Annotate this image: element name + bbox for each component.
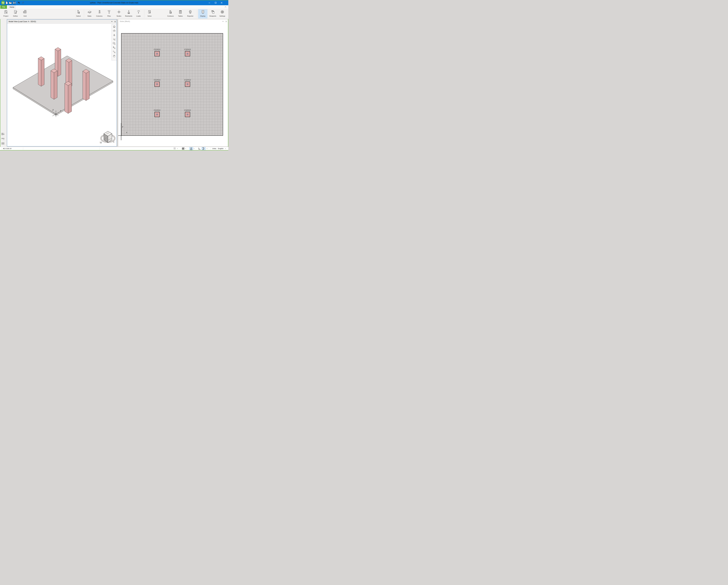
node-numbers-dropdown-icon[interactable]: ▾ — [177, 148, 178, 149]
define-icon — [14, 9, 18, 15]
design-code-label[interactable]: ACI 318-14 — [3, 147, 22, 150]
left-toolbar-strip — [0, 19, 7, 147]
sort-descending-icon[interactable] — [1, 133, 4, 135]
ribbon-nodes-button[interactable]: Nodes — [114, 9, 124, 19]
ribbon-slabs-button[interactable]: Slabs — [85, 9, 94, 19]
grid-icon — [23, 9, 27, 15]
mesh-column-2[interactable] — [185, 51, 190, 56]
solve-mesh-close-icon[interactable] — [225, 19, 228, 24]
axis-x-label: x — [60, 109, 61, 112]
ribbon-define-button[interactable]: Define — [11, 9, 20, 19]
solve-icon — [148, 9, 152, 15]
column-3d-1[interactable] — [41, 58, 44, 86]
axis-y-label: y — [52, 108, 54, 111]
sort-ascending-icon[interactable] — [1, 137, 4, 141]
column-3d-6[interactable] — [86, 71, 89, 101]
mesh-node-marker — [187, 53, 188, 54]
snap-dropdown-icon[interactable]: ▾ — [194, 148, 194, 149]
solve-mesh-title-bar: Solve (Mesh) — [118, 19, 228, 24]
ortho-mode-icon[interactable] — [198, 147, 201, 150]
zoom-window-icon[interactable] — [113, 42, 115, 45]
ribbon-piles-button[interactable]: Piles — [104, 9, 114, 19]
window-title: spMats - Plain-Unreinforced-Concrete-Sla… — [0, 0, 228, 5]
select-cursor-icon — [76, 9, 80, 15]
ribbon-grid-button[interactable]: Grid — [20, 9, 30, 19]
mesh-column-label: C12X12 — [182, 109, 193, 111]
model-view-title: Model View (Load Case: A - DEAD) — [7, 21, 36, 23]
status-bar: ACI 318-14 ▾ ▾ ▾ ▾ Units: English ▾ — [0, 147, 228, 150]
model-view-dropdown-icon[interactable] — [110, 20, 113, 24]
grid-display-dropdown-icon[interactable]: ▾ — [185, 148, 186, 149]
mesh-column-1[interactable] — [155, 51, 160, 56]
ribbon-select-button[interactable]: Select — [74, 9, 83, 19]
orbit-3d-icon[interactable] — [113, 29, 115, 32]
ribbon: Project Define Grid Select Slabs Columns… — [0, 9, 228, 19]
slab-top[interactable] — [13, 56, 113, 114]
column-3d-1[interactable] — [38, 58, 41, 86]
zoom-extents-icon[interactable] — [113, 38, 115, 41]
column-3d-3[interactable] — [54, 71, 57, 99]
title-bar: sp spMats - Plain-Unreinforced-Concrete-… — [0, 0, 228, 5]
grid-display-icon[interactable] — [182, 147, 184, 150]
zoom-out-icon[interactable] — [113, 51, 115, 53]
ribbon-solve-button[interactable]: Solve — [145, 9, 154, 19]
column-3d-2[interactable] — [58, 49, 61, 76]
maximize-button[interactable] — [212, 0, 219, 5]
reporter-icon — [188, 9, 192, 15]
tables-icon — [178, 9, 182, 15]
zoom-in-icon[interactable] — [113, 46, 115, 49]
mesh-axis-x-label: x — [126, 131, 127, 133]
ribbon-project-button[interactable]: Project — [1, 9, 10, 19]
pan-hand-icon[interactable] — [113, 55, 115, 57]
ribbon-contours-button[interactable]: Contours — [166, 9, 175, 19]
ribbon-columns-button[interactable]: Columns — [95, 9, 104, 19]
mesh-column-5[interactable] — [155, 112, 160, 117]
ribbon-display-button[interactable]: Display — [198, 9, 207, 19]
list-menu-icon[interactable] — [1, 142, 4, 145]
mesh-column-6[interactable] — [185, 112, 190, 117]
column-3d-5[interactable] — [64, 83, 68, 113]
node-numbers-icon[interactable] — [174, 147, 176, 150]
view-nav-toolbar — [111, 24, 116, 60]
tab-home[interactable]: Home — [8, 5, 16, 9]
object-snap-dropdown-icon[interactable]: ▾ — [207, 148, 207, 149]
solve-mesh-title: Solve (Mesh) — [118, 20, 130, 22]
units-dropdown-icon[interactable]: ▾ — [225, 148, 226, 149]
snap-to-grid-icon[interactable] — [190, 147, 192, 150]
ribbon-viewports-button[interactable]: Viewports — [208, 9, 217, 19]
view-cube[interactable]: W S TOP FRONT LEFT — [99, 128, 116, 146]
mesh-node-marker — [187, 114, 188, 115]
mesh-column-label: C12X12 — [182, 49, 193, 51]
collapse-ribbon-icon[interactable] — [225, 6, 227, 8]
object-snap-icon[interactable] — [202, 147, 205, 150]
ribbon-restraints-button[interactable]: Restraints — [124, 9, 133, 19]
project-icon — [4, 9, 8, 15]
mesh-node-marker — [157, 114, 158, 115]
model-view-canvas[interactable]: y x W S TOP FRONT LEFT — [7, 24, 116, 146]
compass-south-label[interactable]: S — [113, 141, 114, 143]
solve-mesh-dropdown-icon[interactable] — [221, 19, 225, 24]
ribbon-loads-button[interactable]: Loads — [134, 9, 143, 19]
window-border-right — [228, 0, 228, 150]
model-view-close-icon[interactable] — [113, 20, 116, 24]
mesh-column-4[interactable] — [185, 81, 190, 87]
units-value[interactable]: English — [218, 147, 224, 150]
home-view-icon[interactable] — [113, 25, 115, 28]
ribbon-settings-button[interactable]: Settings — [218, 9, 227, 19]
app-window: { "window": { "title": "spMats - Plain-U… — [0, 0, 228, 150]
tab-file[interactable]: File — [0, 5, 7, 9]
close-button[interactable] — [218, 0, 225, 5]
column-3d-3[interactable] — [51, 71, 54, 99]
mesh-surface[interactable]: C12X12C12X12C12X12C12X12C12X12C12X12 — [121, 33, 223, 136]
compass-west-label[interactable]: W — [100, 142, 102, 144]
mesh-column-3[interactable] — [155, 81, 160, 87]
nodes-icon — [117, 9, 121, 15]
minimize-button[interactable] — [206, 0, 213, 5]
pan-vertical-icon[interactable] — [113, 34, 115, 36]
ribbon-reporter-button[interactable]: Reporter — [186, 9, 195, 19]
ribbon-tables-button[interactable]: Tables — [176, 9, 185, 19]
settings-gear-icon — [220, 9, 224, 15]
model-view-title-bar: Model View (Load Case: A - DEAD) — [7, 20, 116, 24]
column-3d-5[interactable] — [68, 83, 72, 113]
column-3d-6[interactable] — [83, 71, 86, 101]
